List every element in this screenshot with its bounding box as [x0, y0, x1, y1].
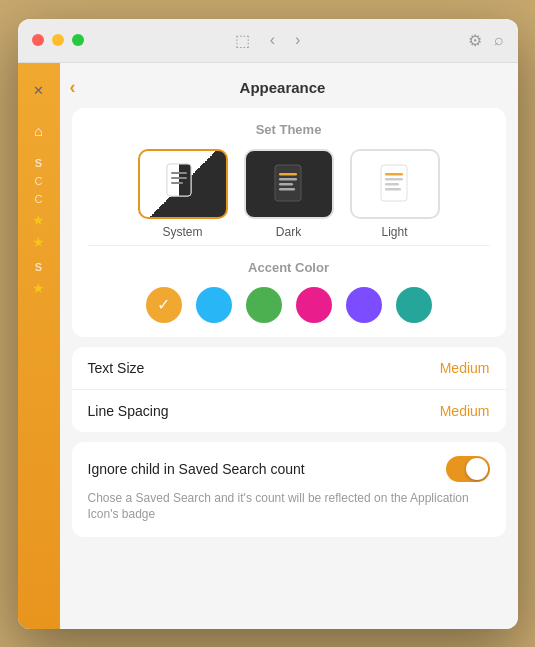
svg-rect-2 — [171, 172, 187, 174]
sidebar-label-c2: C — [18, 193, 60, 205]
sidebar-item-home[interactable]: ⌂ — [21, 113, 57, 149]
theme-option-light[interactable]: Light — [350, 149, 440, 239]
sidebar-label-c1: C — [18, 175, 60, 187]
theme-option-dark[interactable]: Dark — [244, 149, 334, 239]
nav-next-icon[interactable]: › — [295, 31, 300, 49]
theme-card: Set Theme — [72, 108, 506, 337]
svg-rect-7 — [279, 178, 297, 181]
gear-icon[interactable]: ⚙ — [468, 31, 482, 50]
text-size-label: Text Size — [88, 360, 145, 376]
title-bar-actions: ⚙ ⌕ — [468, 31, 504, 50]
text-size-row[interactable]: Text Size Medium — [72, 347, 506, 390]
maximize-button[interactable] — [72, 34, 84, 46]
checkmark-icon: ✓ — [157, 295, 170, 314]
minimize-button[interactable] — [52, 34, 64, 46]
svg-rect-1 — [167, 164, 191, 196]
text-size-value: Medium — [440, 360, 490, 376]
sidebar-star3: ★ — [18, 279, 60, 297]
star-icon: ★ — [32, 280, 45, 296]
svg-rect-6 — [279, 173, 297, 176]
accent-color-green[interactable] — [246, 287, 282, 323]
panel-header: ‹ Appearance — [60, 63, 518, 108]
sidebar: ✕ ⌂ S C C ★ ★ S ★ — [18, 63, 60, 629]
svg-rect-13 — [385, 183, 399, 186]
nav-back-icon[interactable]: ⬚ — [235, 31, 250, 50]
accent-section-title: Accent Color — [88, 260, 490, 275]
sidebar-label-s2: S — [18, 261, 60, 273]
system-doc-icon — [165, 162, 201, 206]
dark-doc-icon — [274, 164, 304, 204]
home-icon: ⌂ — [34, 123, 42, 139]
panel-title: Appearance — [84, 79, 482, 96]
toggle-label: Ignore child in Saved Search count — [88, 461, 305, 477]
accent-color-teal[interactable] — [396, 287, 432, 323]
accent-colors: ✓ — [88, 287, 490, 323]
sidebar-star1: ★ — [18, 211, 60, 229]
title-bar: ⬚ ‹ › ⚙ ⌕ — [18, 19, 518, 63]
sidebar-close[interactable]: ✕ — [21, 73, 57, 109]
line-spacing-row[interactable]: Line Spacing Medium — [72, 390, 506, 432]
theme-preview-system — [138, 149, 228, 219]
close-button[interactable] — [32, 34, 44, 46]
star-icon: ★ — [32, 234, 45, 250]
svg-rect-8 — [279, 183, 293, 186]
nav-forward-icon[interactable]: ‹ — [270, 31, 275, 49]
theme-label-light: Light — [381, 225, 407, 239]
theme-options: System — [88, 149, 490, 239]
svg-rect-9 — [279, 188, 295, 191]
sidebar-label-s1: S — [18, 157, 60, 169]
accent-color-pink[interactable] — [296, 287, 332, 323]
content-area: ✕ ⌂ S C C ★ ★ S ★ ‹ Appearance S — [18, 63, 518, 629]
svg-rect-14 — [385, 188, 401, 191]
accent-color-blue[interactable] — [196, 287, 232, 323]
main-panel: ‹ Appearance Set Theme — [60, 63, 518, 629]
accent-section: Accent Color ✓ — [88, 245, 490, 323]
svg-rect-3 — [171, 177, 187, 179]
toggle-card: Ignore child in Saved Search count Chose… — [72, 442, 506, 538]
light-doc-icon — [380, 164, 410, 204]
line-spacing-value: Medium — [440, 403, 490, 419]
star-icon: ★ — [32, 212, 45, 228]
theme-preview-dark — [244, 149, 334, 219]
toggle-knob — [466, 458, 488, 480]
theme-section-title: Set Theme — [88, 122, 490, 137]
line-spacing-label: Line Spacing — [88, 403, 169, 419]
svg-rect-11 — [385, 173, 403, 176]
theme-option-system[interactable]: System — [138, 149, 228, 239]
settings-scroll: Set Theme — [60, 108, 518, 629]
theme-label-system: System — [162, 225, 202, 239]
toggle-row: Ignore child in Saved Search count — [88, 456, 490, 482]
app-window: ⬚ ‹ › ⚙ ⌕ ✕ ⌂ S C C ★ ★ S ★ — [18, 19, 518, 629]
toggle-description: Chose a Saved Search and it's count will… — [88, 490, 490, 524]
accent-color-orange[interactable]: ✓ — [146, 287, 182, 323]
toggle-switch[interactable] — [446, 456, 490, 482]
svg-rect-4 — [171, 182, 183, 184]
theme-preview-light — [350, 149, 440, 219]
close-icon: ✕ — [33, 83, 44, 98]
theme-label-dark: Dark — [276, 225, 301, 239]
traffic-lights — [32, 34, 84, 46]
sidebar-star2: ★ — [18, 233, 60, 251]
back-button[interactable]: ‹ — [70, 77, 76, 98]
settings-rows: Text Size Medium Line Spacing Medium — [72, 347, 506, 432]
accent-color-purple[interactable] — [346, 287, 382, 323]
title-bar-nav: ⬚ ‹ › — [235, 31, 301, 50]
svg-rect-12 — [385, 178, 403, 181]
search-icon[interactable]: ⌕ — [494, 31, 504, 50]
